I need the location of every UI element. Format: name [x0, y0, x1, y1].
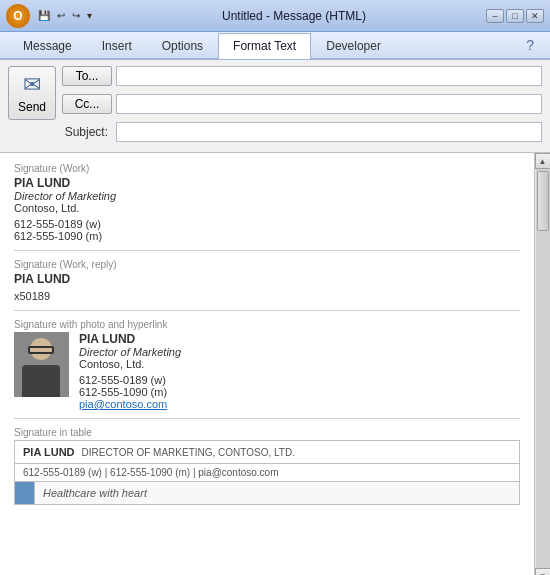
sig1-title: Director of Marketing — [14, 190, 520, 202]
to-input[interactable] — [116, 66, 542, 86]
sig3-text: PIA LUND Director of Marketing Contoso, … — [79, 332, 181, 410]
sig4-tagline: Healthcare with heart — [35, 482, 155, 504]
send-label: Send — [18, 100, 46, 114]
send-icon: ✉ — [23, 72, 41, 98]
sig1-name: PIA LUND — [14, 176, 520, 190]
sig1-phone2: 612-555-1090 (m) — [14, 230, 520, 242]
content-area[interactable]: Signature (Work) PIA LUND Director of Ma… — [0, 153, 534, 575]
sig3-company: Contoso, Ltd. — [79, 358, 181, 370]
cc-input[interactable] — [116, 94, 542, 114]
sig3-phone2: 612-555-1090 (m) — [79, 386, 181, 398]
send-button[interactable]: ✉ Send — [8, 66, 56, 120]
signature-table: Signature in table PIA LUND DIRECTOR OF … — [14, 427, 520, 505]
person-body — [22, 365, 60, 397]
sig4-top: PIA LUND DIRECTOR OF MARKETING, CONTOSO,… — [15, 441, 519, 464]
to-button[interactable]: To... — [62, 66, 112, 86]
sig3-email[interactable]: pia@contoso.com — [79, 398, 181, 410]
scrollbar: ▲ ▼ — [534, 153, 550, 575]
sig1-phone1: 612-555-0189 (w) — [14, 218, 520, 230]
signature-work-reply: Signature (Work, reply) PIA LUND x50189 — [14, 259, 520, 302]
signature-work: Signature (Work) PIA LUND Director of Ma… — [14, 163, 520, 242]
close-button[interactable]: ✕ — [526, 9, 544, 23]
tab-options[interactable]: Options — [147, 33, 218, 59]
scrollbar-thumb[interactable] — [537, 171, 549, 231]
scrollbar-track[interactable] — [536, 169, 550, 568]
sig3-phone1: 612-555-0189 (w) — [79, 374, 181, 386]
sig4-name: PIA LUND — [23, 446, 75, 458]
window-controls: – □ ✕ — [486, 9, 544, 23]
scrollbar-down[interactable]: ▼ — [535, 568, 551, 575]
ribbon-tabs: Message Insert Options Format Text Devel… — [0, 32, 550, 58]
sig3-title: Director of Marketing — [79, 346, 181, 358]
email-form: ✉ Send To... Cc... Subject: — [0, 60, 550, 153]
subject-input[interactable] — [116, 122, 542, 142]
cc-button[interactable]: Cc... — [62, 94, 112, 114]
sig4-bottom: Healthcare with heart — [15, 482, 519, 504]
sig1-label: Signature (Work) — [14, 163, 520, 174]
sig2-name: PIA LUND — [14, 272, 520, 286]
sig3-photo — [14, 332, 69, 397]
dropdown-icon[interactable]: ▾ — [85, 9, 94, 22]
sig4-table: PIA LUND DIRECTOR OF MARKETING, CONTOSO,… — [14, 440, 520, 505]
signature-photo: Signature with photo and hyperlink PIA L… — [14, 319, 520, 410]
divider2 — [14, 310, 520, 311]
sig3-name: PIA LUND — [79, 332, 181, 346]
sig4-contact: 612-555-0189 (w) | 612-555-1090 (m) | pi… — [15, 464, 519, 482]
subject-row: Subject: — [62, 122, 542, 142]
sig1-company: Contoso, Ltd. — [14, 202, 520, 214]
tab-insert[interactable]: Insert — [87, 33, 147, 59]
divider1 — [14, 250, 520, 251]
scrollbar-up[interactable]: ▲ — [535, 153, 551, 169]
tab-developer[interactable]: Developer — [311, 33, 396, 59]
tab-message[interactable]: Message — [8, 33, 87, 59]
divider3 — [14, 418, 520, 419]
help-button[interactable]: ? — [518, 32, 542, 58]
minimize-button[interactable]: – — [486, 9, 504, 23]
body-area: Signature (Work) PIA LUND Director of Ma… — [0, 153, 550, 575]
redo-icon[interactable]: ↪ — [70, 9, 82, 22]
title-bar: O 💾 ↩ ↪ ▾ Untitled - Message (HTML) – □ … — [0, 0, 550, 32]
tab-format-text[interactable]: Format Text — [218, 33, 311, 59]
sig2-ext: x50189 — [14, 290, 520, 302]
quick-access-toolbar: 💾 ↩ ↪ ▾ — [36, 9, 94, 22]
person-glasses — [28, 346, 54, 354]
save-icon[interactable]: 💾 — [36, 9, 52, 22]
subject-label: Subject: — [62, 125, 112, 139]
sig4-label: Signature in table — [14, 427, 520, 438]
sig2-label: Signature (Work, reply) — [14, 259, 520, 270]
cc-row: Cc... — [62, 94, 542, 114]
sig3-block: PIA LUND Director of Marketing Contoso, … — [14, 332, 520, 410]
sig3-label: Signature with photo and hyperlink — [14, 319, 520, 330]
app-logo: O — [6, 4, 30, 28]
sig4-accent-bar — [15, 482, 35, 504]
ribbon: Message Insert Options Format Text Devel… — [0, 32, 550, 60]
to-row: To... — [62, 66, 542, 86]
email-fields: To... Cc... Subject: — [62, 66, 542, 146]
maximize-button[interactable]: □ — [506, 9, 524, 23]
window-title: Untitled - Message (HTML) — [102, 9, 486, 23]
sig4-title: DIRECTOR OF MARKETING, CONTOSO, LTD. — [82, 447, 295, 458]
undo-icon[interactable]: ↩ — [55, 9, 67, 22]
